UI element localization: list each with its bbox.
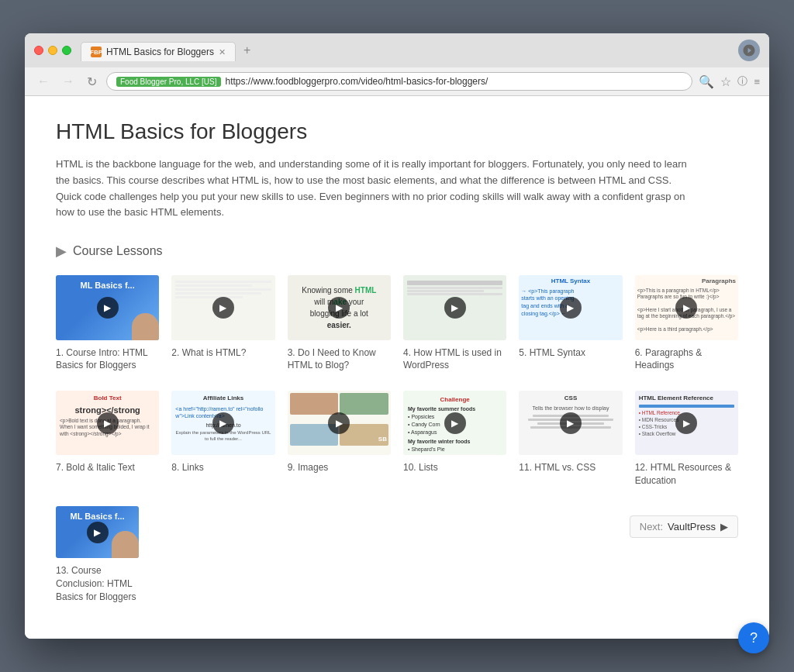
menu-icon[interactable]: ≡ bbox=[754, 76, 760, 88]
lesson-thumbnail-8[interactable]: Affiliate Links <a href="http://ramen.to… bbox=[171, 391, 274, 455]
lesson-thumbnail-2[interactable]: ▶ bbox=[171, 275, 274, 339]
address-input[interactable]: Food Blogger Pro, LLC [US] https://www.f… bbox=[106, 72, 692, 91]
list-item: Knowing some HTML will make your bloggin… bbox=[288, 275, 391, 372]
play-button[interactable]: ▶ bbox=[212, 412, 234, 434]
browser-avatar bbox=[738, 40, 760, 61]
row3: ML Basics f... ▶ 13. Course Conclusion: … bbox=[56, 506, 738, 603]
next-button[interactable]: Next: VaultPress ▶ bbox=[630, 515, 738, 538]
active-tab[interactable]: FBP HTML Basics for Bloggers ✕ bbox=[81, 42, 236, 61]
lesson-thumbnail-6[interactable]: Paragraphs <p>This is a paragraph in HTM… bbox=[635, 275, 738, 339]
close-window-button[interactable] bbox=[34, 46, 43, 55]
next-section: Next: VaultPress ▶ bbox=[617, 509, 738, 538]
lesson-thumbnail-1[interactable]: ML Basics f... ▶ bbox=[56, 275, 159, 339]
list-item: ▶ 2. What is HTML? bbox=[171, 275, 274, 372]
list-item: SB ▶ 9. Images bbox=[288, 391, 391, 488]
lessons-grid-row1: ML Basics f... ▶ 1. Course Intro: HTML B… bbox=[56, 275, 738, 372]
lesson-thumbnail-13[interactable]: ML Basics f... ▶ bbox=[56, 506, 139, 558]
lesson-title: 6. Paragraphs & Headings bbox=[635, 346, 738, 373]
list-item: ML Basics f... ▶ 13. Course Conclusion: … bbox=[56, 506, 139, 603]
chat-icon: ? bbox=[750, 630, 758, 646]
lesson-thumbnail-9[interactable]: SB ▶ bbox=[288, 391, 391, 455]
lessons-grid-row3: ML Basics f... ▶ 13. Course Conclusion: … bbox=[56, 506, 617, 603]
lesson-thumbnail-7[interactable]: Bold Text strong></strong <p>Bold text i… bbox=[56, 391, 159, 455]
list-item: ML Basics f... ▶ 1. Course Intro: HTML B… bbox=[56, 275, 159, 372]
list-item: HTML Element Reference • HTML Reference … bbox=[635, 391, 738, 488]
play-button[interactable]: ▶ bbox=[675, 297, 697, 319]
lesson-thumbnail-4[interactable]: ▶ bbox=[403, 275, 506, 339]
tab-bar: FBP HTML Basics for Bloggers ✕ + bbox=[81, 40, 257, 61]
lesson-title: 5. HTML Syntax bbox=[519, 346, 622, 360]
page-title: HTML Basics for Bloggers bbox=[56, 119, 738, 144]
next-title: VaultPress bbox=[668, 521, 716, 532]
list-item: CSS Tells the browser how to display ▶ bbox=[519, 391, 622, 488]
next-arrow-icon: ▶ bbox=[720, 521, 728, 532]
section-title-text: Course Lessons bbox=[73, 244, 163, 258]
play-button[interactable]: ▶ bbox=[560, 412, 582, 434]
list-item: ▶ 4. How HTML is used in WordPress bbox=[403, 275, 506, 372]
page-content: HTML Basics for Bloggers HTML is the bac… bbox=[25, 96, 769, 639]
play-button[interactable]: ▶ bbox=[87, 522, 109, 543]
info-icon[interactable]: ⓘ bbox=[737, 74, 747, 88]
play-button[interactable]: ▶ bbox=[97, 412, 119, 434]
back-button[interactable]: ← bbox=[34, 73, 53, 90]
minimize-window-button[interactable] bbox=[48, 46, 57, 55]
lesson-title: 2. What is HTML? bbox=[171, 346, 274, 360]
list-item: Challenge My favorite summer foods • Pop… bbox=[403, 391, 506, 488]
address-url: https://www.foodbloggerpro.com/video/htm… bbox=[226, 76, 488, 87]
play-button[interactable]: ▶ bbox=[328, 412, 350, 434]
list-item: Affiliate Links <a href="http://ramen.to… bbox=[171, 391, 274, 488]
play-button[interactable]: ▶ bbox=[675, 412, 697, 434]
traffic-lights bbox=[34, 46, 71, 55]
person-image bbox=[132, 313, 159, 340]
search-icon[interactable]: 🔍 bbox=[699, 74, 714, 89]
list-item: Paragraphs <p>This is a paragraph in HTM… bbox=[635, 275, 738, 372]
play-button[interactable]: ▶ bbox=[560, 297, 582, 319]
lesson-thumbnail-12[interactable]: HTML Element Reference • HTML Reference … bbox=[635, 391, 738, 455]
chat-fab-button[interactable]: ? bbox=[738, 622, 769, 653]
refresh-button[interactable]: ↻ bbox=[84, 73, 100, 91]
maximize-window-button[interactable] bbox=[62, 46, 71, 55]
lesson-title: 13. Course Conclusion: HTML Basics for B… bbox=[56, 564, 139, 603]
tab-close-button[interactable]: ✕ bbox=[219, 47, 226, 57]
lesson-title: 4. How HTML is used in WordPress bbox=[403, 346, 506, 373]
lesson-title: 9. Images bbox=[288, 461, 391, 474]
lesson-title: 1. Course Intro: HTML Basics for Blogger… bbox=[56, 346, 159, 373]
lesson-title: 12. HTML Resources & Education bbox=[635, 461, 738, 488]
secure-badge: Food Blogger Pro, LLC [US] bbox=[116, 77, 221, 87]
lesson-thumbnail-10[interactable]: Challenge My favorite summer foods • Pop… bbox=[403, 391, 506, 455]
tab-favicon: FBP bbox=[91, 47, 102, 57]
list-item: Bold Text strong></strong <p>Bold text i… bbox=[56, 391, 159, 488]
address-bar: ← → ↻ Food Blogger Pro, LLC [US] https:/… bbox=[25, 67, 769, 96]
lessons-grid-row2: Bold Text strong></strong <p>Bold text i… bbox=[56, 391, 738, 488]
play-button[interactable]: ▶ bbox=[97, 297, 119, 319]
lesson-thumbnail-5[interactable]: HTML Syntax → <p>This paragraph starts w… bbox=[519, 275, 622, 339]
browser-window: FBP HTML Basics for Bloggers ✕ + ← → ↻ F… bbox=[25, 33, 769, 639]
play-button[interactable]: ▶ bbox=[328, 297, 350, 319]
lesson-title: 10. Lists bbox=[403, 461, 506, 474]
play-circle-icon: ▶ bbox=[56, 243, 67, 260]
lesson-thumbnail-3[interactable]: Knowing some HTML will make your bloggin… bbox=[288, 275, 391, 339]
forward-button[interactable]: → bbox=[59, 73, 78, 90]
next-label: Next: bbox=[640, 521, 663, 532]
list-item: HTML Syntax → <p>This paragraph starts w… bbox=[519, 275, 622, 372]
lesson-title: 7. Bold & Italic Text bbox=[56, 461, 159, 474]
play-button[interactable]: ▶ bbox=[212, 297, 234, 319]
lesson-thumbnail-11[interactable]: CSS Tells the browser how to display ▶ bbox=[519, 391, 622, 455]
bookmark-icon[interactable]: ☆ bbox=[720, 74, 731, 89]
play-button[interactable]: ▶ bbox=[444, 412, 466, 434]
title-bar: FBP HTML Basics for Bloggers ✕ + bbox=[25, 33, 769, 67]
person-image bbox=[112, 531, 139, 558]
address-icons: 🔍 ☆ ⓘ ≡ bbox=[699, 74, 760, 89]
lesson-title: 11. HTML vs. CSS bbox=[519, 461, 622, 474]
new-tab-button[interactable]: + bbox=[237, 40, 257, 61]
play-button[interactable]: ▶ bbox=[444, 297, 466, 319]
section-header: ▶ Course Lessons bbox=[56, 243, 738, 260]
lesson-title: 8. Links bbox=[171, 461, 274, 474]
tab-title: HTML Basics for Bloggers bbox=[106, 47, 214, 57]
page-description: HTML is the backbone language for the we… bbox=[56, 157, 692, 221]
lesson-title: 3. Do I Need to Know HTML to Blog? bbox=[288, 346, 391, 373]
